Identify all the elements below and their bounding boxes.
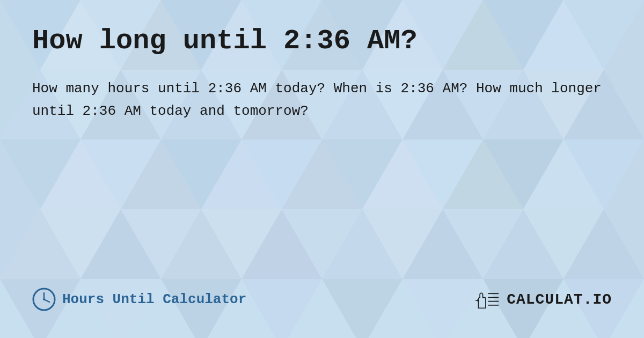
- brand-left-text: Hours Until Calculator: [62, 291, 246, 307]
- calculator-hand-icon: [474, 290, 501, 309]
- page-footer: Hours Until Calculator CALCULAT.IO: [32, 288, 612, 317]
- page-title: How long until 2:36 AM?: [32, 26, 612, 56]
- brand-left: Hours Until Calculator: [32, 288, 246, 311]
- clock-icon: [32, 288, 56, 311]
- page-description: How many hours until 2:36 AM today? When…: [32, 78, 612, 122]
- brand-right: CALCULAT.IO: [474, 290, 612, 309]
- brand-right-text: CALCULAT.IO: [507, 291, 612, 308]
- svg-point-76: [43, 298, 45, 300]
